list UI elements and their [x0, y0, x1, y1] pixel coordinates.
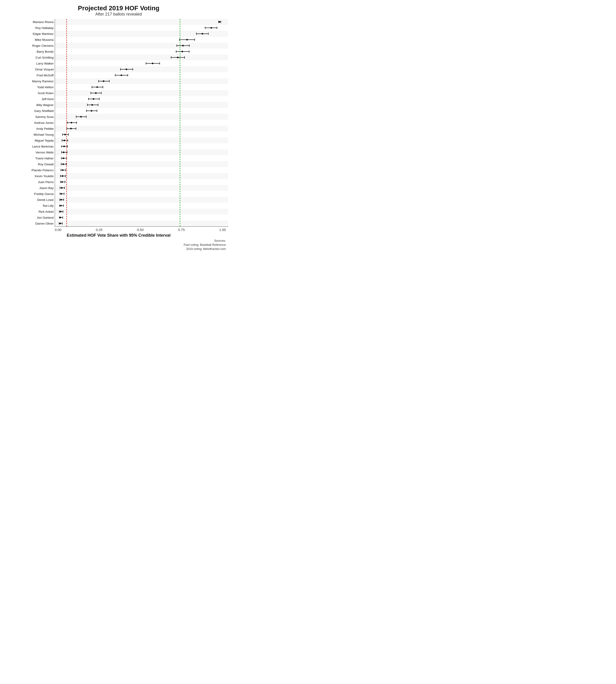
error-bar-cap-right — [133, 68, 133, 70]
chart-container: Projected 2019 HOF Voting After 217 ball… — [0, 0, 237, 274]
error-bar-cap-left — [146, 62, 146, 65]
x-axis-tick: 0.25 — [96, 228, 103, 232]
error-bar-center — [64, 134, 66, 135]
error-bar-cap-left — [115, 74, 115, 76]
table-row: Andy Pettitte — [55, 126, 228, 132]
player-name: Roy Oswalt — [6, 163, 53, 166]
error-bar-center — [177, 57, 179, 59]
player-name: Roger Clemens — [6, 44, 53, 47]
error-bar-cap-left — [59, 210, 60, 213]
error-bar-cap-right — [65, 175, 66, 177]
error-bar-cap-right — [63, 210, 63, 213]
error-bar-cap-right — [64, 193, 64, 195]
table-row: Michael Young — [55, 132, 228, 137]
error-bar-center — [63, 152, 65, 153]
error-bar-cap-left — [76, 116, 76, 118]
player-name: Mariano Rivera — [6, 20, 53, 24]
error-bar-cap-left — [62, 133, 63, 136]
error-bar-cap-left — [61, 145, 62, 147]
table-row: Kevin Youkilis — [55, 173, 228, 179]
error-bar-cap-left — [87, 104, 88, 106]
error-bar-cap-left — [60, 175, 61, 177]
table-row: Miguel Tejada — [55, 137, 228, 143]
error-bar-cap-right — [67, 151, 67, 154]
error-bar-center — [70, 128, 72, 130]
error-bar-cap-left — [59, 205, 60, 207]
table-row: Travis Hafner — [55, 155, 228, 161]
player-name: Michael Young — [6, 133, 53, 136]
player-name: Gary Sheffield — [6, 109, 53, 113]
error-bar-cap-left — [60, 187, 60, 189]
sources: Sources: Past voting: Baseball Reference… — [4, 239, 226, 251]
error-bar-center — [202, 33, 203, 35]
chart-title: Projected 2019 HOF Voting — [4, 4, 233, 12]
error-bar-cap-left — [196, 32, 197, 35]
x-axis-labels: 0.000.250.500.751.00 — [55, 228, 226, 232]
table-row: Juan Pierre — [55, 179, 228, 185]
error-bar-center — [219, 21, 220, 23]
table-row: Scott Rolen — [55, 90, 228, 96]
player-name: Sammy Sosa — [6, 115, 53, 118]
error-bar-cap-right — [76, 121, 77, 124]
error-bar-center — [152, 63, 154, 64]
error-bar-cap-right — [67, 145, 68, 147]
player-name: Freddy Garcia — [6, 192, 53, 196]
error-bar-cap-left — [92, 86, 92, 88]
red-dashed-line — [66, 19, 67, 226]
player-name: Darren Oliver — [6, 222, 53, 225]
error-bar-cap-left — [60, 193, 60, 195]
table-row: Sammy Sosa — [55, 114, 228, 120]
player-name: Curt Schilling — [6, 56, 53, 59]
error-bar-center — [103, 81, 105, 82]
table-row: Jeff Kent — [55, 96, 228, 102]
error-bar-center — [64, 140, 65, 141]
error-bar-cap-right — [128, 74, 128, 76]
table-row: Derek Lowe — [55, 197, 228, 203]
error-bar-cap-right — [217, 27, 217, 29]
table-row: Mariano Rivera — [55, 19, 228, 25]
error-bar-cap-left — [61, 169, 61, 171]
table-row: Lance Berkman — [55, 143, 228, 149]
error-bar-cap-right — [64, 187, 65, 189]
plot-area: Mariano RiveraRoy HalladayEdgar Martinez… — [55, 19, 226, 227]
error-bar-cap-left — [61, 151, 62, 154]
error-bar-center — [80, 116, 82, 118]
error-bar-center — [95, 92, 96, 94]
player-name: Ted Lilly — [6, 204, 53, 207]
error-bar-cap-right — [86, 116, 86, 118]
error-bar-cap-right — [221, 21, 221, 23]
error-bar-cap-right — [63, 199, 64, 201]
error-bar-center — [61, 181, 63, 183]
error-bar-center — [62, 163, 64, 165]
error-bar-cap-right — [63, 205, 64, 207]
table-row: Billy Wagner — [55, 102, 228, 108]
player-name: Roy Halladay — [6, 26, 53, 30]
error-bar-cap-right — [101, 92, 102, 94]
x-axis-tick: 1.00 — [219, 228, 226, 232]
table-row: Jason Bay — [55, 185, 228, 191]
player-name: Billy Wagner — [6, 103, 53, 107]
table-row: Ted Lilly — [55, 203, 228, 209]
error-bar-cap-left — [62, 139, 62, 142]
error-bar-cap-right — [184, 56, 185, 59]
error-bar-center — [91, 104, 93, 106]
error-bar-cap-right — [189, 50, 189, 53]
error-bar-cap-left — [59, 216, 60, 219]
player-name: Larry Walker — [6, 62, 53, 65]
error-bar-center — [63, 158, 64, 159]
table-row: Larry Walker — [55, 61, 228, 66]
error-bar-cap-left — [205, 27, 205, 29]
error-bar-center — [60, 205, 62, 207]
error-bar-cap-left — [98, 80, 99, 82]
table-row: Roger Clemens — [55, 43, 228, 49]
error-bar-cap-right — [159, 62, 160, 65]
player-name: Travis Hafner — [6, 157, 53, 160]
error-bar-center — [60, 217, 61, 219]
player-name: Manny Ramirez — [6, 79, 53, 83]
table-row: Placido Polanco — [55, 167, 228, 173]
chart-subtitle: After 217 ballots revealed — [4, 12, 233, 17]
player-name: Juan Pierre — [6, 180, 53, 184]
error-bar-cap-left — [88, 98, 89, 100]
player-name: Rick Ankiel — [6, 210, 53, 213]
table-row: Fred McGriff — [55, 72, 228, 78]
